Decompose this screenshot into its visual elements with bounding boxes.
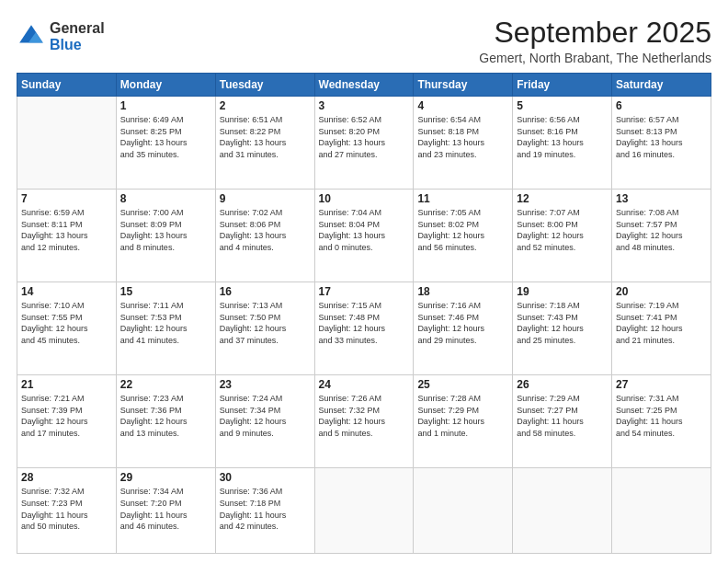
table-row: 30Sunrise: 7:36 AM Sunset: 7:18 PM Dayli… — [215, 468, 314, 554]
table-row: 5Sunrise: 6:56 AM Sunset: 8:16 PM Daylig… — [513, 97, 612, 190]
table-row: 7Sunrise: 6:59 AM Sunset: 8:11 PM Daylig… — [17, 190, 117, 282]
table-row: 22Sunrise: 7:23 AM Sunset: 7:36 PM Dayli… — [116, 375, 215, 468]
day-number: 26 — [517, 378, 608, 391]
col-friday: Friday — [513, 74, 612, 97]
col-sunday: Sunday — [17, 74, 117, 97]
table-row: 14Sunrise: 7:10 AM Sunset: 7:55 PM Dayli… — [17, 282, 117, 375]
day-info: Sunrise: 7:05 AM Sunset: 8:02 PM Dayligh… — [417, 207, 508, 253]
day-number: 11 — [417, 192, 508, 205]
logo: General Blue — [17, 20, 105, 52]
day-info: Sunrise: 7:02 AM Sunset: 8:06 PM Dayligh… — [220, 207, 311, 253]
day-number: 7 — [21, 192, 112, 205]
day-info: Sunrise: 7:00 AM Sunset: 8:09 PM Dayligh… — [120, 207, 211, 253]
table-row: 10Sunrise: 7:04 AM Sunset: 8:04 PM Dayli… — [314, 190, 414, 282]
table-row: 19Sunrise: 7:18 AM Sunset: 7:43 PM Dayli… — [513, 282, 612, 375]
day-info: Sunrise: 6:51 AM Sunset: 8:22 PM Dayligh… — [220, 114, 311, 160]
table-row: 2Sunrise: 6:51 AM Sunset: 8:22 PM Daylig… — [215, 97, 314, 190]
day-number: 16 — [220, 285, 311, 298]
calendar-title: September 2025 — [479, 17, 711, 49]
day-number: 29 — [120, 471, 211, 484]
day-info: Sunrise: 7:34 AM Sunset: 7:20 PM Dayligh… — [120, 486, 211, 532]
table-row: 20Sunrise: 7:19 AM Sunset: 7:41 PM Dayli… — [612, 282, 711, 375]
table-row: 9Sunrise: 7:02 AM Sunset: 8:06 PM Daylig… — [215, 190, 314, 282]
day-info: Sunrise: 7:15 AM Sunset: 7:48 PM Dayligh… — [319, 300, 410, 346]
day-info: Sunrise: 7:24 AM Sunset: 7:34 PM Dayligh… — [220, 393, 311, 439]
day-info: Sunrise: 7:31 AM Sunset: 7:25 PM Dayligh… — [616, 393, 707, 439]
day-info: Sunrise: 6:57 AM Sunset: 8:13 PM Dayligh… — [616, 114, 707, 160]
day-info: Sunrise: 7:11 AM Sunset: 7:53 PM Dayligh… — [120, 300, 211, 346]
day-number: 9 — [220, 192, 311, 205]
page: General Blue September 2025 Gemert, Nort… — [0, 0, 728, 563]
day-number: 1 — [120, 99, 211, 112]
table-row: 6Sunrise: 6:57 AM Sunset: 8:13 PM Daylig… — [612, 97, 711, 190]
day-number: 20 — [616, 285, 707, 298]
table-row: 27Sunrise: 7:31 AM Sunset: 7:25 PM Dayli… — [612, 375, 711, 468]
table-row: 3Sunrise: 6:52 AM Sunset: 8:20 PM Daylig… — [314, 97, 414, 190]
day-number: 2 — [220, 99, 311, 112]
table-row: 13Sunrise: 7:08 AM Sunset: 7:57 PM Dayli… — [612, 190, 711, 282]
header-row: Sunday Monday Tuesday Wednesday Thursday… — [17, 74, 711, 97]
day-number: 28 — [21, 471, 112, 484]
table-row: 23Sunrise: 7:24 AM Sunset: 7:34 PM Dayli… — [215, 375, 314, 468]
day-info: Sunrise: 7:04 AM Sunset: 8:04 PM Dayligh… — [319, 207, 410, 253]
day-info: Sunrise: 7:19 AM Sunset: 7:41 PM Dayligh… — [616, 300, 707, 346]
table-row: 25Sunrise: 7:28 AM Sunset: 7:29 PM Dayli… — [414, 375, 513, 468]
day-info: Sunrise: 7:16 AM Sunset: 7:46 PM Dayligh… — [417, 300, 508, 346]
day-info: Sunrise: 6:49 AM Sunset: 8:25 PM Dayligh… — [120, 114, 211, 160]
table-row: 28Sunrise: 7:32 AM Sunset: 7:23 PM Dayli… — [17, 468, 117, 554]
day-number: 3 — [319, 99, 410, 112]
title-block: September 2025 Gemert, North Brabant, Th… — [479, 17, 711, 65]
table-row: 8Sunrise: 7:00 AM Sunset: 8:09 PM Daylig… — [116, 190, 215, 282]
table-row: 26Sunrise: 7:29 AM Sunset: 7:27 PM Dayli… — [513, 375, 612, 468]
table-row: 1Sunrise: 6:49 AM Sunset: 8:25 PM Daylig… — [116, 97, 215, 190]
day-number: 22 — [120, 378, 211, 391]
day-number: 23 — [220, 378, 311, 391]
table-row: 11Sunrise: 7:05 AM Sunset: 8:02 PM Dayli… — [414, 190, 513, 282]
day-info: Sunrise: 6:52 AM Sunset: 8:20 PM Dayligh… — [319, 114, 410, 160]
col-monday: Monday — [116, 74, 215, 97]
table-row — [513, 468, 612, 554]
logo-text: General Blue — [50, 20, 105, 52]
table-row: 21Sunrise: 7:21 AM Sunset: 7:39 PM Dayli… — [17, 375, 117, 468]
day-number: 6 — [616, 99, 707, 112]
day-number: 15 — [120, 285, 211, 298]
day-number: 12 — [517, 192, 608, 205]
col-thursday: Thursday — [414, 74, 513, 97]
day-info: Sunrise: 7:36 AM Sunset: 7:18 PM Dayligh… — [220, 486, 311, 532]
table-row — [612, 468, 711, 554]
day-number: 30 — [220, 471, 311, 484]
day-info: Sunrise: 7:07 AM Sunset: 8:00 PM Dayligh… — [517, 207, 608, 253]
day-number: 18 — [417, 285, 508, 298]
day-number: 13 — [616, 192, 707, 205]
col-saturday: Saturday — [612, 74, 711, 97]
header: General Blue September 2025 Gemert, Nort… — [17, 17, 711, 65]
calendar-table: Sunday Monday Tuesday Wednesday Thursday… — [17, 73, 711, 554]
day-info: Sunrise: 7:21 AM Sunset: 7:39 PM Dayligh… — [21, 393, 112, 439]
day-info: Sunrise: 7:23 AM Sunset: 7:36 PM Dayligh… — [120, 393, 211, 439]
table-row: 12Sunrise: 7:07 AM Sunset: 8:00 PM Dayli… — [513, 190, 612, 282]
day-number: 4 — [417, 99, 508, 112]
day-info: Sunrise: 7:08 AM Sunset: 7:57 PM Dayligh… — [616, 207, 707, 253]
table-row: 18Sunrise: 7:16 AM Sunset: 7:46 PM Dayli… — [414, 282, 513, 375]
day-info: Sunrise: 7:10 AM Sunset: 7:55 PM Dayligh… — [21, 300, 112, 346]
day-info: Sunrise: 7:29 AM Sunset: 7:27 PM Dayligh… — [517, 393, 608, 439]
day-number: 24 — [319, 378, 410, 391]
day-info: Sunrise: 7:32 AM Sunset: 7:23 PM Dayligh… — [21, 486, 112, 532]
day-info: Sunrise: 6:54 AM Sunset: 8:18 PM Dayligh… — [417, 114, 508, 160]
calendar-subtitle: Gemert, North Brabant, The Netherlands — [479, 51, 711, 65]
day-number: 21 — [21, 378, 112, 391]
table-row — [314, 468, 414, 554]
table-row: 16Sunrise: 7:13 AM Sunset: 7:50 PM Dayli… — [215, 282, 314, 375]
day-number: 14 — [21, 285, 112, 298]
logo-icon — [17, 22, 46, 52]
logo-general-text: General — [50, 20, 105, 37]
day-info: Sunrise: 6:56 AM Sunset: 8:16 PM Dayligh… — [517, 114, 608, 160]
table-row: 4Sunrise: 6:54 AM Sunset: 8:18 PM Daylig… — [414, 97, 513, 190]
day-info: Sunrise: 7:28 AM Sunset: 7:29 PM Dayligh… — [417, 393, 508, 439]
day-number: 19 — [517, 285, 608, 298]
table-row — [414, 468, 513, 554]
day-number: 25 — [417, 378, 508, 391]
day-number: 17 — [319, 285, 410, 298]
table-row: 29Sunrise: 7:34 AM Sunset: 7:20 PM Dayli… — [116, 468, 215, 554]
col-tuesday: Tuesday — [215, 74, 314, 97]
